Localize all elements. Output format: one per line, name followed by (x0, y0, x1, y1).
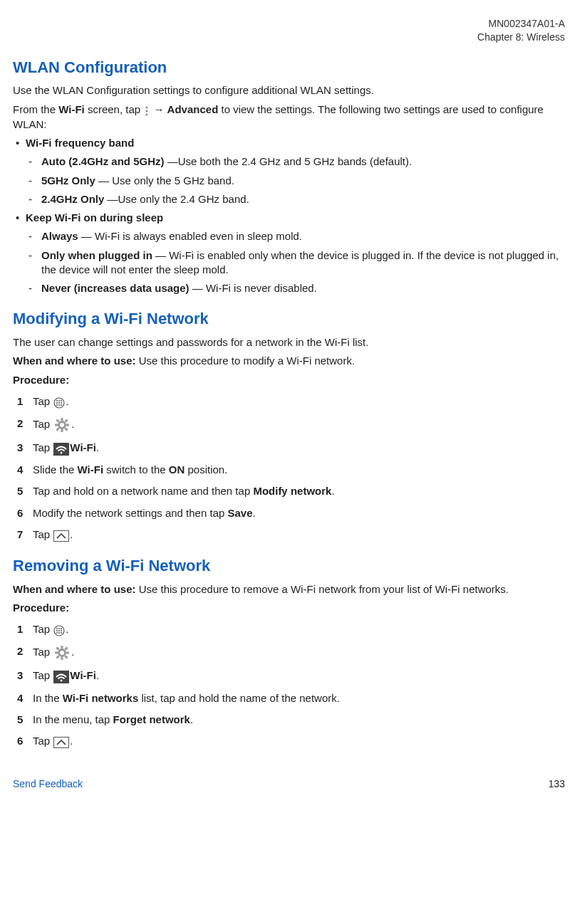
svg-line-20 (57, 428, 59, 430)
svg-line-42 (57, 656, 59, 658)
page-number: 133 (549, 777, 565, 791)
step: Tap . (13, 734, 565, 749)
svg-point-26 (56, 628, 58, 629)
svg-point-45 (61, 680, 63, 682)
remove-when: When and where to use: Use this procedur… (13, 582, 565, 597)
step: Tap and hold on a network name and then … (13, 484, 565, 498)
svg-line-21 (66, 419, 68, 421)
list-item: 5GHz Only — Use only the 5 GHz band. (26, 174, 565, 188)
wifi-icon (53, 441, 69, 456)
svg-point-35 (59, 650, 66, 656)
svg-point-33 (58, 632, 60, 634)
svg-point-32 (56, 632, 58, 634)
step: Tap . (13, 394, 565, 409)
svg-point-28 (61, 628, 62, 629)
list-item: Always — Wi-Fi is always enabled even in… (26, 229, 565, 243)
wlan-intro: Use the WLAN Configuration settings to c… (13, 83, 565, 98)
list-item: Only when plugged in — Wi-Fi is enabled … (26, 248, 565, 278)
section-title-remove-wifi: Removing a Wi-Fi Network (13, 555, 565, 577)
svg-point-34 (61, 632, 62, 634)
modify-steps: Tap . Tap . Tap Wi-Fi. Slide the Wi-Fi s… (13, 394, 565, 542)
step: In the Wi-Fi networks list, tap and hold… (13, 691, 565, 705)
menu-overflow-icon (144, 103, 150, 117)
svg-point-2 (146, 113, 148, 115)
svg-point-9 (61, 402, 62, 404)
step: Tap Wi-Fi. (13, 668, 565, 683)
svg-point-12 (61, 404, 62, 406)
svg-point-0 (146, 106, 148, 108)
wlan-nav: From the Wi-Fi screen, tap → Advanced to… (13, 103, 565, 132)
settings-gear-icon (53, 644, 71, 661)
step: Tap Wi-Fi. (13, 441, 565, 456)
apps-grid-icon (53, 623, 65, 637)
home-icon (53, 528, 69, 542)
list-item: Keep Wi-Fi on during sleep Always — Wi-F… (13, 211, 565, 295)
list-item: Wi-Fi frequency band Auto (2.4GHz and 5G… (13, 136, 565, 206)
svg-point-8 (58, 402, 60, 404)
svg-point-29 (56, 630, 58, 631)
svg-point-4 (56, 400, 58, 401)
step: Modify the network settings and then tap… (13, 506, 565, 520)
svg-point-6 (61, 400, 62, 401)
modify-when: When and where to use: Use this procedur… (13, 354, 565, 368)
apps-grid-icon (53, 395, 65, 409)
svg-point-5 (58, 400, 60, 401)
doc-id: MN002347A01-A (489, 18, 565, 29)
send-feedback-link[interactable]: Send Feedback (13, 777, 83, 791)
section-title-wlan-config: WLAN Configuration (13, 57, 565, 78)
procedure-label: Procedure: (13, 373, 565, 387)
svg-point-7 (56, 402, 58, 404)
chapter-label: Chapter 8: Wireless (477, 31, 565, 43)
step: Tap . (13, 527, 565, 542)
svg-point-27 (58, 628, 60, 629)
svg-point-23 (61, 451, 63, 453)
section-title-modify-wifi: Modifying a Wi-Fi Network (13, 308, 565, 330)
svg-point-1 (146, 110, 148, 112)
svg-point-31 (61, 630, 62, 631)
svg-point-13 (59, 421, 66, 428)
list-item: Never (increases data usage) — Wi-Fi is … (26, 281, 565, 295)
svg-point-30 (58, 630, 60, 631)
step: Tap . (13, 416, 565, 434)
modify-intro: The user can change settings and passwor… (13, 335, 565, 350)
svg-line-41 (66, 656, 68, 658)
step: In the menu, tap Forget network. (13, 713, 565, 727)
settings-gear-icon (53, 416, 71, 434)
list-item: Auto (2.4GHz and 5GHz) —Use both the 2.4… (26, 154, 565, 169)
remove-steps: Tap . Tap . Tap Wi-Fi. In the Wi-Fi netw… (13, 622, 565, 749)
procedure-label: Procedure: (13, 601, 565, 615)
page-header: MN002347A01-A Chapter 8: Wireless (13, 17, 565, 44)
wlan-settings-list: Wi-Fi frequency band Auto (2.4GHz and 5G… (13, 136, 565, 295)
home-icon (53, 735, 69, 749)
svg-point-11 (58, 404, 60, 406)
page-footer: Send Feedback 133 (13, 777, 565, 791)
svg-rect-46 (54, 737, 69, 747)
step: Tap . (13, 644, 565, 661)
step: Slide the Wi-Fi switch to the ON positio… (13, 463, 565, 477)
step: Tap . (13, 622, 565, 637)
svg-line-18 (57, 419, 59, 421)
svg-point-10 (56, 404, 58, 406)
svg-line-40 (57, 648, 59, 650)
list-item: 2.4GHz Only —Use only the 2.4 GHz band. (26, 192, 565, 206)
svg-line-43 (66, 648, 68, 650)
svg-rect-24 (54, 530, 69, 541)
svg-line-19 (66, 428, 68, 430)
wifi-icon (53, 669, 69, 683)
